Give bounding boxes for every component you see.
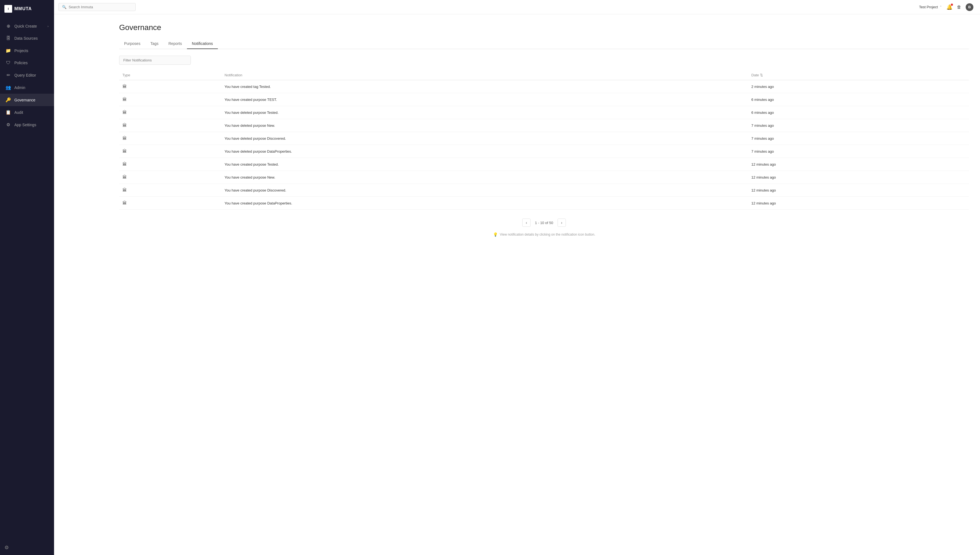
type-icon-0: 🏛 <box>122 84 127 89</box>
table-row: 🏛 You have created purpose TEST. 6 minut… <box>119 93 969 106</box>
sidebar-item-query-editor[interactable]: ✏ Query Editor <box>0 69 54 81</box>
search-input[interactable] <box>69 5 132 9</box>
sidebar-item-admin[interactable]: 👥 Admin <box>0 81 54 94</box>
table-row: 🏛 You have created purpose Discovered. 1… <box>119 184 969 197</box>
main-content: Governance PurposesTagsReportsNotificati… <box>108 14 980 555</box>
type-icon-6: 🏛 <box>122 162 127 167</box>
sidebar-item-governance[interactable]: 🔑 Governance <box>0 94 54 106</box>
notification-bell-button[interactable]: 🔔 <box>946 4 953 10</box>
cell-type-6: 🏛 <box>119 158 221 171</box>
cell-type-2: 🏛 <box>119 106 221 119</box>
sidebar-nav: ⊕ Quick Create ›🗄 Data Sources 📁 Project… <box>0 18 54 540</box>
nav-icon-governance: 🔑 <box>5 97 11 103</box>
cell-notification-4: You have deleted purpose Discovered. <box>221 132 748 145</box>
header-right: Test Project ⌃ 🔔 🗑 B <box>919 3 974 11</box>
cell-date-9: 12 minutes ago <box>748 197 969 210</box>
type-icon-3: 🏛 <box>122 123 127 128</box>
trash-button[interactable]: 🗑 <box>957 5 961 10</box>
cell-notification-6: You have created purpose Tested. <box>221 158 748 171</box>
sidebar-item-app-settings[interactable]: ⚙ App Settings <box>0 119 54 131</box>
cell-type-9: 🏛 <box>119 197 221 210</box>
notification-dot <box>951 3 953 6</box>
sidebar-item-data-sources[interactable]: 🗄 Data Sources <box>0 32 54 44</box>
search-icon: 🔍 <box>62 5 66 9</box>
footer-hint: 💡 View notification details by clicking … <box>119 232 969 237</box>
notifications-table: Type Notification Date ⇅ 🏛 You have crea… <box>119 70 969 210</box>
cell-notification-3: You have deleted purpose New. <box>221 119 748 132</box>
cell-notification-5: You have deleted purpose DataProperties. <box>221 145 748 158</box>
filter-notifications-input[interactable] <box>119 56 191 65</box>
nav-arrow-quick-create: › <box>47 24 48 28</box>
sort-icon[interactable]: ⇅ <box>760 73 763 77</box>
cell-type-5: 🏛 <box>119 145 221 158</box>
nav-label-governance: Governance <box>14 98 35 102</box>
col-notification: Notification <box>221 70 748 80</box>
project-selector[interactable]: Test Project ⌃ <box>919 5 942 9</box>
logo-box: I <box>5 5 12 13</box>
cell-notification-7: You have created purpose New. <box>221 171 748 184</box>
sidebar-item-quick-create[interactable]: ⊕ Quick Create › <box>0 20 54 32</box>
cell-date-6: 12 minutes ago <box>748 158 969 171</box>
col-date: Date ⇅ <box>748 70 969 80</box>
cell-notification-8: You have created purpose Discovered. <box>221 184 748 197</box>
table-row: 🏛 You have created purpose DataPropertie… <box>119 197 969 210</box>
nav-label-admin: Admin <box>14 85 26 90</box>
page-info: 1 - 10 of 50 <box>535 221 553 225</box>
sidebar-item-projects[interactable]: 📁 Projects <box>0 44 54 57</box>
logo-text: MMUTA <box>14 6 32 11</box>
nav-label-policies: Policies <box>14 61 27 65</box>
table-row: 🏛 You have created tag Tested. 2 minutes… <box>119 80 969 93</box>
logo[interactable]: I MMUTA <box>0 0 54 18</box>
avatar[interactable]: B <box>966 3 974 11</box>
cell-type-8: 🏛 <box>119 184 221 197</box>
table-row: 🏛 You have created purpose New. 12 minut… <box>119 171 969 184</box>
type-icon-7: 🏛 <box>122 175 127 180</box>
nav-label-audit: Audit <box>14 110 23 115</box>
search-bar[interactable]: 🔍 <box>58 3 136 11</box>
cell-date-4: 7 minutes ago <box>748 132 969 145</box>
type-icon-9: 🏛 <box>122 201 127 205</box>
cell-date-5: 7 minutes ago <box>748 145 969 158</box>
next-page-button[interactable]: › <box>557 218 566 227</box>
project-name: Test Project <box>919 5 938 9</box>
cell-type-4: 🏛 <box>119 132 221 145</box>
sidebar-item-audit[interactable]: 📋 Audit <box>0 106 54 119</box>
tab-tags[interactable]: Tags <box>145 38 164 49</box>
type-icon-2: 🏛 <box>122 110 127 115</box>
page-title: Governance <box>119 23 969 32</box>
cell-date-7: 12 minutes ago <box>748 171 969 184</box>
nav-label-query-editor: Query Editor <box>14 73 36 77</box>
sidebar: I MMUTA ⊕ Quick Create ›🗄 Data Sources 📁… <box>0 0 54 555</box>
nav-icon-policies: 🛡 <box>5 60 11 65</box>
nav-icon-quick-create: ⊕ <box>5 23 11 29</box>
cell-type-0: 🏛 <box>119 80 221 93</box>
cell-notification-1: You have created purpose TEST. <box>221 93 748 106</box>
filter-bar <box>119 56 969 65</box>
tabs: PurposesTagsReportsNotifications <box>119 38 969 49</box>
type-icon-5: 🏛 <box>122 149 127 154</box>
nav-label-app-settings: App Settings <box>14 123 36 127</box>
cell-notification-0: You have created tag Tested. <box>221 80 748 93</box>
hint-text: View notification details by clicking on… <box>500 233 595 236</box>
nav-icon-audit: 📋 <box>5 110 11 115</box>
sidebar-item-policies[interactable]: 🛡 Policies <box>0 57 54 69</box>
nav-icon-projects: 📁 <box>5 48 11 53</box>
tab-reports[interactable]: Reports <box>164 38 187 49</box>
settings-icon[interactable]: ⚙ <box>5 545 9 550</box>
nav-icon-app-settings: ⚙ <box>5 122 11 127</box>
prev-page-button[interactable]: ‹ <box>522 218 530 227</box>
table-row: 🏛 You have deleted purpose DataPropertie… <box>119 145 969 158</box>
tab-notifications[interactable]: Notifications <box>187 38 218 49</box>
pagination: ‹ 1 - 10 of 50 › <box>119 218 969 227</box>
table-row: 🏛 You have deleted purpose New. 7 minute… <box>119 119 969 132</box>
type-icon-4: 🏛 <box>122 136 127 141</box>
cell-type-1: 🏛 <box>119 93 221 106</box>
table-row: 🏛 You have deleted purpose Tested. 6 min… <box>119 106 969 119</box>
type-icon-1: 🏛 <box>122 97 127 102</box>
cell-type-3: 🏛 <box>119 119 221 132</box>
sidebar-bottom: ⚙ <box>0 540 54 555</box>
header: 🔍 Test Project ⌃ 🔔 🗑 B <box>54 0 980 14</box>
nav-icon-admin: 👥 <box>5 85 11 90</box>
col-type: Type <box>119 70 221 80</box>
tab-purposes[interactable]: Purposes <box>119 38 145 49</box>
